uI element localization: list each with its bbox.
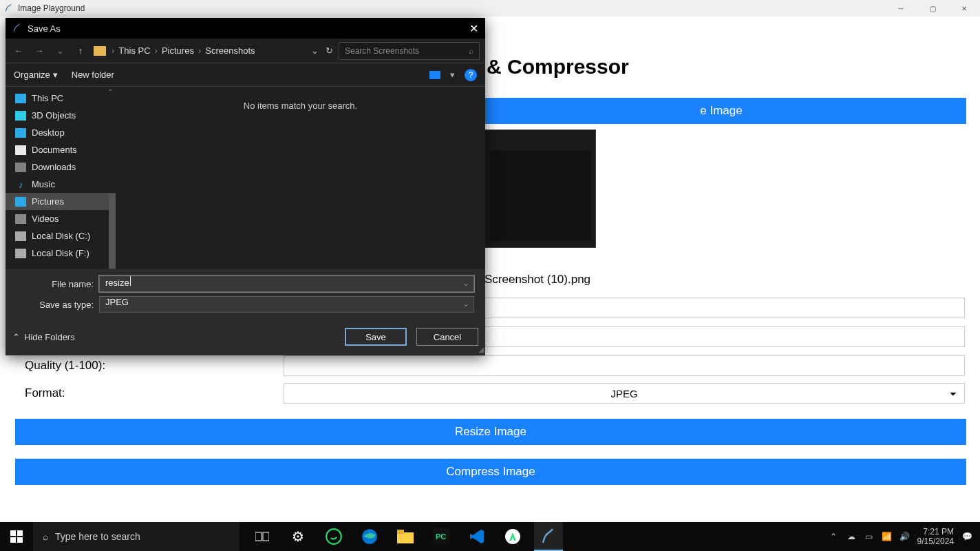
svg-text:PC: PC bbox=[436, 532, 446, 541]
save-as-type-select[interactable]: JPEG bbox=[99, 296, 474, 313]
empty-message: No items match your search. bbox=[244, 101, 357, 269]
taskbar: ⌕ Type here to search ⚙ PC ⌃ ☁ ▭ 📶 🔊 7:2… bbox=[0, 522, 980, 551]
whatsapp-icon[interactable] bbox=[319, 522, 348, 551]
dialog-buttons: ⌃ Hide Folders Save Cancel bbox=[6, 324, 485, 355]
disk-icon bbox=[15, 249, 26, 258]
resize-button[interactable]: Resize Image bbox=[15, 419, 966, 445]
vscode-icon[interactable] bbox=[462, 522, 491, 551]
quality-label: Quality (1-100): bbox=[15, 359, 284, 373]
sidebar-item-music[interactable]: ♪Music bbox=[6, 176, 116, 193]
svg-rect-2 bbox=[10, 537, 16, 543]
nav-up-icon[interactable]: ↑ bbox=[73, 45, 88, 56]
taskbar-search[interactable]: ⌕ Type here to search bbox=[33, 522, 239, 551]
save-button[interactable]: Save bbox=[345, 328, 407, 346]
save-as-type-label: Save as type: bbox=[17, 300, 99, 310]
sidebar-item-this-pc[interactable]: This PC bbox=[6, 90, 116, 107]
task-view-icon[interactable] bbox=[248, 522, 277, 551]
settings-icon[interactable]: ⚙ bbox=[284, 522, 312, 551]
python-feather-icon bbox=[4, 3, 14, 13]
organize-menu[interactable]: Organize ▾ bbox=[14, 70, 58, 80]
sidebar-item-local-c[interactable]: Local Disk (C:) bbox=[6, 227, 116, 245]
sidebar-item-documents[interactable]: Documents bbox=[6, 141, 116, 158]
music-icon: ♪ bbox=[15, 180, 26, 189]
battery-icon[interactable]: ▭ bbox=[864, 532, 875, 541]
sidebar-item-pictures[interactable]: Pictures bbox=[6, 193, 116, 210]
format-row: Format: JPEG ⏷ bbox=[15, 383, 973, 404]
view-dropdown-icon[interactable]: ▾ bbox=[450, 70, 455, 80]
file-name-input[interactable]: resize bbox=[99, 276, 474, 292]
maximize-button[interactable]: ▢ bbox=[917, 0, 948, 17]
compress-button[interactable]: Compress Image bbox=[15, 459, 966, 485]
nav-back-icon[interactable]: ← bbox=[11, 45, 26, 56]
downloads-icon bbox=[15, 163, 26, 172]
svg-point-6 bbox=[326, 529, 341, 544]
dialog-navbar: ← → ⌄ ↑ › This PC › Pictures › Screensho… bbox=[6, 39, 485, 63]
pictures-icon bbox=[15, 197, 26, 207]
videos-icon bbox=[15, 214, 26, 224]
windows-logo-icon bbox=[10, 530, 23, 543]
sidebar-item-3d-objects[interactable]: 3D Objects bbox=[6, 107, 116, 124]
sidebar-item-desktop[interactable]: Desktop bbox=[6, 124, 116, 141]
pc-icon bbox=[15, 94, 26, 103]
sidebar-item-videos[interactable]: Videos bbox=[6, 210, 116, 227]
chevron-down-icon: ▾ bbox=[53, 70, 58, 80]
dialog-bottom: File name: resize Save as type: JPEG bbox=[6, 269, 485, 324]
nav-forward-icon[interactable]: → bbox=[32, 45, 47, 56]
quality-input[interactable] bbox=[284, 355, 965, 376]
svg-rect-1 bbox=[17, 530, 23, 536]
clock[interactable]: 7:21 PM 9/15/2024 bbox=[917, 527, 954, 547]
cancel-button[interactable]: Cancel bbox=[416, 328, 478, 346]
pycharm-icon[interactable]: PC bbox=[427, 522, 456, 551]
volume-icon[interactable]: 🔊 bbox=[899, 532, 910, 541]
view-icon[interactable] bbox=[429, 71, 440, 79]
app-title: Image Playground bbox=[18, 3, 85, 13]
help-icon[interactable]: ? bbox=[465, 69, 477, 81]
format-select[interactable]: JPEG ⏷ bbox=[284, 383, 965, 404]
notifications-icon[interactable]: 💬 bbox=[961, 532, 973, 541]
disk-icon bbox=[15, 231, 26, 241]
dialog-main: ⌃ This PC 3D Objects Desktop Documents D… bbox=[6, 87, 485, 269]
dialog-title: Save As bbox=[28, 23, 61, 34]
format-label: Format: bbox=[15, 386, 284, 400]
sidebar-item-downloads[interactable]: Downloads bbox=[6, 158, 116, 176]
folder-sidebar[interactable]: ⌃ This PC 3D Objects Desktop Documents D… bbox=[6, 87, 116, 269]
onedrive-icon[interactable]: ☁ bbox=[846, 532, 857, 541]
file-explorer-icon[interactable] bbox=[391, 522, 420, 551]
android-studio-icon[interactable] bbox=[498, 522, 527, 551]
breadcrumb-dropdown-icon[interactable]: ⌄ bbox=[311, 45, 319, 56]
search-icon: ⌕ bbox=[469, 46, 473, 56]
python-idle-icon[interactable] bbox=[534, 522, 563, 551]
edge-icon[interactable] bbox=[355, 522, 384, 551]
refresh-icon[interactable]: ↻ bbox=[326, 45, 333, 56]
wifi-icon[interactable]: 📶 bbox=[882, 532, 893, 541]
file-pane[interactable]: No items match your search. bbox=[116, 87, 485, 269]
sidebar-item-local-f[interactable]: Local Disk (F:) bbox=[6, 245, 116, 262]
svg-rect-0 bbox=[10, 530, 16, 536]
selected-filename: Screenshot (10).png bbox=[484, 273, 973, 287]
resize-grip-icon[interactable]: ◢ bbox=[478, 345, 484, 354]
system-tray: ⌃ ☁ ▭ 📶 🔊 7:21 PM 9/15/2024 💬 bbox=[828, 527, 980, 547]
dialog-close-button[interactable]: ✕ bbox=[469, 22, 478, 35]
scrollbar-thumb[interactable] bbox=[109, 194, 116, 269]
python-feather-icon bbox=[12, 23, 22, 33]
3d-objects-icon bbox=[15, 111, 26, 121]
image-thumbnail bbox=[484, 129, 596, 248]
file-name-label: File name: bbox=[17, 279, 99, 289]
tray-expand-icon[interactable]: ⌃ bbox=[828, 532, 839, 541]
new-folder-button[interactable]: New folder bbox=[72, 70, 114, 80]
svg-rect-9 bbox=[397, 530, 404, 534]
scroll-up-icon[interactable]: ⌃ bbox=[107, 88, 113, 96]
svg-rect-3 bbox=[17, 537, 23, 543]
dialog-toolbar: Organize ▾ New folder ▾ ? bbox=[6, 63, 485, 87]
close-button[interactable]: ✕ bbox=[948, 0, 980, 17]
breadcrumb[interactable]: › This PC › Pictures › Screenshots bbox=[111, 45, 306, 56]
heading-fragment: & Compressor bbox=[487, 55, 973, 79]
search-input[interactable]: Search Screenshots ⌕ bbox=[339, 42, 480, 60]
start-button[interactable] bbox=[0, 522, 33, 551]
folder-icon bbox=[94, 46, 106, 56]
dialog-titlebar[interactable]: Save As ✕ bbox=[6, 18, 485, 39]
minimize-button[interactable]: ─ bbox=[885, 0, 917, 17]
hide-folders-button[interactable]: ⌃ Hide Folders bbox=[12, 332, 75, 342]
svg-rect-8 bbox=[397, 532, 414, 543]
nav-recent-icon[interactable]: ⌄ bbox=[52, 45, 67, 56]
